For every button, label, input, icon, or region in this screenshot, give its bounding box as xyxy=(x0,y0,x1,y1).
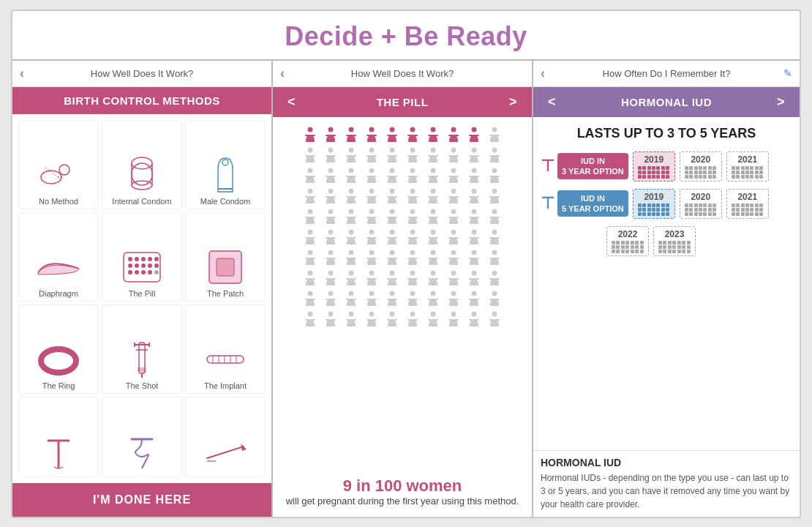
bc-item-patch[interactable]: The Patch xyxy=(185,212,266,302)
person-icon-49 xyxy=(485,206,504,225)
svg-rect-117 xyxy=(387,196,397,198)
svg-rect-207 xyxy=(489,278,500,280)
app-container: Decide + Be Ready ‹ How Well Does It Wor… xyxy=(11,10,801,518)
done-button[interactable]: I'M DONE HERE xyxy=(12,483,271,517)
svg-point-29 xyxy=(41,349,76,373)
svg-point-90 xyxy=(328,168,334,173)
svg-point-23 xyxy=(135,270,139,274)
iud-desc-text: Hormonal IUDs - depending on the type yo… xyxy=(541,471,792,511)
bc-grid: No Method Internal Condom xyxy=(12,114,271,483)
svg-point-98 xyxy=(410,168,416,173)
bc-item-male-condom[interactable]: Male Condom xyxy=(185,120,266,209)
person-icon-63 xyxy=(362,247,381,266)
panel-middle: ‹ How Well Does It Work? < THE PILL > 9 … xyxy=(273,61,533,517)
svg-rect-167 xyxy=(489,237,500,239)
cal-5yr-2023: 2023 xyxy=(653,226,696,256)
person-icon-40 xyxy=(301,206,320,225)
person-icon-47 xyxy=(444,206,463,225)
edit-icon[interactable]: ✎ xyxy=(783,67,792,79)
bc-item-iud2[interactable] xyxy=(102,397,182,477)
svg-rect-67 xyxy=(489,135,500,136)
svg-rect-163 xyxy=(448,237,459,239)
person-icon-95 xyxy=(403,309,422,328)
svg-point-128 xyxy=(308,209,313,214)
bc-item-internal-condom[interactable]: Internal Condom xyxy=(102,120,182,209)
svg-point-102 xyxy=(451,168,456,173)
svg-point-84 xyxy=(472,147,477,152)
svg-point-180 xyxy=(431,250,436,255)
svg-point-234 xyxy=(369,311,375,316)
svg-point-188 xyxy=(308,270,313,275)
iud-nav-left[interactable]: < xyxy=(548,94,556,110)
bc-item-implant[interactable]: The Implant xyxy=(185,304,266,394)
pill-nav-right[interactable]: > xyxy=(509,94,517,110)
svg-point-12 xyxy=(128,257,132,261)
svg-rect-71 xyxy=(326,155,336,157)
panel-middle-back-arrow[interactable]: ‹ xyxy=(280,66,285,81)
person-icon-22 xyxy=(342,165,361,184)
app-title: Decide + Be Ready xyxy=(12,11,800,59)
iud-nav-right[interactable]: > xyxy=(777,94,785,110)
svg-rect-149 xyxy=(305,237,315,239)
shot-icon xyxy=(116,340,168,380)
person-icon-67 xyxy=(444,247,463,266)
svg-rect-219 xyxy=(407,299,418,300)
bc-item-iud1[interactable] xyxy=(18,397,99,477)
svg-point-214 xyxy=(369,291,375,296)
panel-left-back-arrow[interactable]: ‹ xyxy=(20,66,24,81)
svg-point-130 xyxy=(328,209,334,214)
bc-item-surgical[interactable] xyxy=(185,397,266,477)
person-icon-85 xyxy=(403,288,422,307)
bc-item-diaphragm[interactable]: Diaphragm xyxy=(18,212,99,302)
svg-point-168 xyxy=(308,250,313,255)
bc-label-shot: The Shot xyxy=(126,381,159,390)
pill-nav-left[interactable]: < xyxy=(287,94,296,110)
male-condom-icon xyxy=(200,155,251,195)
svg-rect-59 xyxy=(407,135,418,136)
person-icon-6 xyxy=(424,124,443,143)
person-icon-3 xyxy=(362,124,381,143)
svg-rect-151 xyxy=(326,237,336,239)
svg-rect-239 xyxy=(407,319,418,321)
svg-point-210 xyxy=(328,291,334,296)
svg-rect-221 xyxy=(428,299,438,300)
svg-point-21 xyxy=(154,264,159,268)
person-icon-82 xyxy=(342,288,361,307)
svg-rect-63 xyxy=(448,135,459,136)
person-icon-71 xyxy=(321,268,340,287)
iud-lasts-text: LASTS UP TO 3 TO 5 YEARS xyxy=(533,117,800,147)
person-icon-80 xyxy=(301,288,320,307)
pill-icons-area: 9 in 100 women will get pregnant during … xyxy=(273,117,532,517)
svg-rect-129 xyxy=(305,217,315,218)
svg-rect-137 xyxy=(387,217,397,218)
bc-item-no-method[interactable]: No Method xyxy=(18,120,99,209)
bc-item-ring[interactable]: The Ring xyxy=(18,304,99,394)
person-icon-24 xyxy=(383,165,402,184)
svg-point-70 xyxy=(328,147,334,152)
svg-rect-28 xyxy=(217,258,234,276)
bc-item-shot[interactable]: The Shot xyxy=(102,304,182,394)
svg-rect-197 xyxy=(387,278,397,280)
panel-right-back-arrow[interactable]: ‹ xyxy=(541,66,545,81)
person-icon-60 xyxy=(301,247,320,266)
person-icon-23 xyxy=(362,165,381,184)
person-icon-61 xyxy=(321,247,340,266)
cal-5yr-2019: 2019 xyxy=(633,189,675,219)
svg-rect-209 xyxy=(305,299,315,300)
svg-rect-133 xyxy=(346,217,356,218)
svg-rect-85 xyxy=(469,155,479,157)
person-icon-62 xyxy=(342,247,361,266)
diaphragm-icon xyxy=(33,247,84,288)
svg-rect-115 xyxy=(366,196,377,198)
implant-icon xyxy=(200,340,251,380)
svg-rect-103 xyxy=(448,176,459,177)
person-icon-70 xyxy=(301,268,320,287)
cal-3yr-2020: 2020 xyxy=(680,152,722,182)
person-icon-81 xyxy=(321,288,340,307)
panel-middle-header-text: How Well Does It Work? xyxy=(351,68,454,79)
bc-item-pill[interactable]: The Pill xyxy=(102,212,182,302)
svg-point-126 xyxy=(492,188,497,193)
person-icon-42 xyxy=(342,206,361,225)
svg-rect-53 xyxy=(346,135,356,136)
person-icon-10 xyxy=(301,145,320,164)
